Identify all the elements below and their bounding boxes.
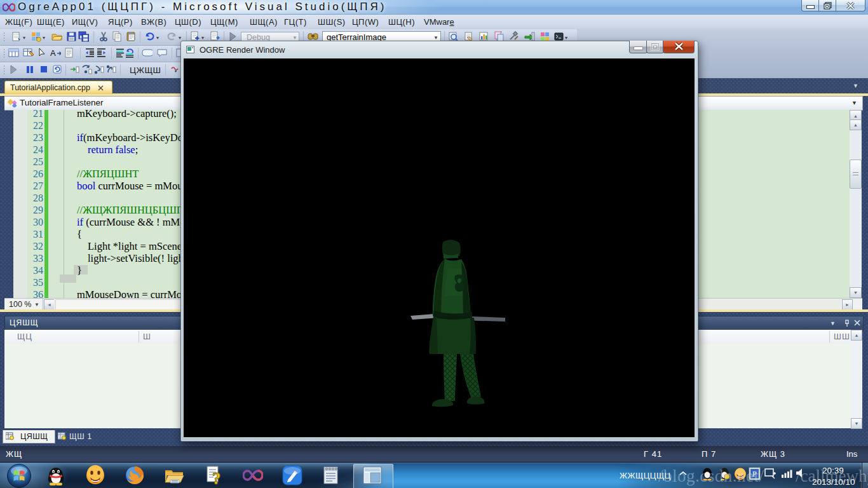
svg-text:?: ? (212, 469, 221, 485)
svg-text:A: A (50, 48, 56, 58)
